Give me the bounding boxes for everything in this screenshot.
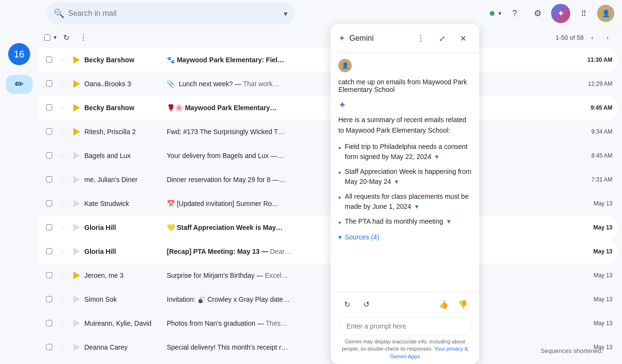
email-checkbox[interactable]	[44, 223, 54, 232]
star-button[interactable]: ☆	[56, 197, 69, 210]
star-button[interactable]: ☆	[56, 341, 69, 354]
email-row[interactable]: ☆ Gloria Hill 💛 Staff Appreciation Week …	[38, 216, 618, 239]
email-row[interactable]: ☆ Muireann, Kylie, David Photos from Nan…	[38, 311, 618, 335]
important-button[interactable]	[71, 222, 82, 233]
previous-page-button[interactable]: ‹	[586, 31, 599, 44]
gemini-more-button[interactable]: ⋮	[412, 30, 429, 47]
important-button[interactable]	[71, 341, 82, 353]
star-button[interactable]: ☆	[56, 53, 69, 67]
email-checkbox[interactable]	[44, 247, 54, 256]
star-button[interactable]: ☆	[56, 245, 69, 258]
regenerate-button[interactable]: ↻	[338, 296, 356, 313]
important-button[interactable]	[71, 198, 82, 209]
important-button[interactable]	[71, 294, 82, 305]
email-row[interactable]: ☆ Simon Sok Invitation: 🎳 Crowley x Gray…	[38, 287, 618, 311]
gemini-title: Gemini	[349, 34, 408, 43]
compose-button[interactable]: ✏	[6, 75, 33, 94]
email-checkbox[interactable]	[44, 295, 54, 304]
email-row[interactable]: ☆ Ritesh, Priscilla 2 Fwd: #173 The Surp…	[38, 120, 618, 144]
email-time: 11:30 AM	[579, 57, 612, 63]
prompt-input[interactable]	[338, 317, 472, 335]
email-row[interactable]: ☆ me, Julian's Diner Dinner reservation …	[38, 168, 618, 192]
email-checkbox[interactable]	[44, 318, 54, 328]
apps-button[interactable]: ⠿	[574, 4, 593, 23]
search-input[interactable]	[68, 9, 280, 18]
important-button[interactable]	[71, 270, 82, 281]
important-button[interactable]	[71, 318, 82, 329]
gemini-button[interactable]: ✦	[551, 4, 570, 23]
email-checkbox[interactable]	[44, 103, 54, 113]
expand-button[interactable]: ▾	[435, 153, 438, 160]
important-button[interactable]	[71, 150, 82, 161]
email-checkbox[interactable]	[44, 127, 54, 136]
important-button[interactable]	[71, 78, 82, 90]
sources-label: Sources (4)	[345, 233, 379, 241]
email-checkbox[interactable]	[44, 175, 54, 184]
select-all-checkbox[interactable]	[42, 33, 52, 42]
email-time: May 13	[579, 296, 612, 303]
star-button[interactable]: ☆	[56, 125, 69, 138]
important-button[interactable]	[71, 246, 82, 257]
important-button[interactable]	[71, 174, 82, 185]
email-row[interactable]: ☆ Jeroen, me 3 Surprise for Mirjam's Bir…	[38, 263, 618, 287]
email-sender: me, Julian's Diner	[84, 176, 161, 183]
search-box-container: 🔍 ▾	[46, 2, 295, 24]
expand-button[interactable]: ▾	[447, 217, 450, 225]
important-button[interactable]	[71, 54, 82, 66]
thumbs-up-button[interactable]: 👍	[435, 296, 452, 313]
email-checkbox[interactable]	[44, 79, 54, 89]
bullet-item: • The PTA had its monthly meeting ▾	[338, 216, 472, 228]
star-button[interactable]: ☆	[56, 149, 69, 162]
star-button[interactable]: ☆	[56, 317, 69, 330]
email-row[interactable]: ☆ Bagels and Lux Your delivery from Bage…	[38, 144, 618, 168]
bullet-text: The PTA had its monthly meeting ▾	[345, 216, 472, 227]
email-sender: Ritesh, Priscilla 2	[84, 128, 161, 136]
email-row[interactable]: ☆ Becky Barshow 🌹🌸 Maywood Park Elementa…	[38, 96, 618, 120]
bullet-dot: •	[338, 142, 341, 154]
next-page-button[interactable]: ›	[601, 31, 614, 44]
email-sender: Jeroen, me 3	[84, 272, 161, 279]
account-avatar[interactable]: 👤	[597, 5, 614, 22]
expand-button[interactable]: ▾	[415, 203, 418, 210]
sequences-note: Sequences shortened.	[541, 347, 603, 354]
email-time: May 13	[579, 248, 612, 255]
share-button[interactable]: ↺	[357, 296, 375, 313]
email-row[interactable]: ☆ Becky Barshow 🐾 Maywood Park Elementar…	[38, 48, 618, 72]
calendar-icon: 📅	[167, 200, 175, 207]
star-button[interactable]: ☆	[56, 173, 69, 186]
star-button[interactable]: ☆	[56, 101, 69, 114]
user-avatar: 👤	[338, 59, 352, 72]
settings-button[interactable]: ⚙	[528, 4, 547, 23]
gemini-close-button[interactable]: ✕	[454, 30, 472, 47]
select-dropdown-icon[interactable]: ▾	[54, 34, 57, 41]
email-checkbox[interactable]	[44, 55, 54, 65]
email-row[interactable]: ☆ Kate Strudwick 📅 [Updated invitation] …	[38, 192, 618, 216]
help-button[interactable]: ?	[505, 4, 524, 23]
sources-row[interactable]: ▾ Sources (4)	[338, 233, 472, 241]
email-row[interactable]: ☆ Deanna Carey Special delivery! This mo…	[38, 335, 618, 359]
expand-button[interactable]: ▾	[395, 178, 398, 185]
star-button[interactable]: ☆	[56, 269, 69, 282]
email-checkbox[interactable]	[44, 342, 54, 352]
star-button[interactable]: ☆	[56, 221, 69, 234]
bullet-dot: •	[338, 192, 341, 204]
email-sender: Becky Barshow	[84, 56, 161, 64]
email-row[interactable]: ☆ Earl, Cameron, me 4 2024 Family Trip —…	[38, 359, 618, 364]
email-row[interactable]: ☆ Oana..Brooks 3 📎 Lunch next week? — Th…	[38, 72, 618, 96]
thumbs-down-button[interactable]: 👎	[454, 296, 472, 313]
email-row[interactable]: ☆ Gloria Hill [Recap] PTA Meeting: May 1…	[38, 239, 618, 263]
email-checkbox[interactable]	[44, 151, 54, 160]
star-button[interactable]: ☆	[56, 77, 69, 91]
important-button[interactable]	[71, 126, 82, 137]
gemini-expand-button[interactable]: ⤢	[433, 30, 450, 47]
email-checkbox[interactable]	[44, 199, 54, 208]
action-row: ↻ ↺ 👍 👎	[338, 296, 472, 313]
star-button[interactable]: ☆	[56, 293, 69, 306]
search-options-icon[interactable]: ▾	[284, 9, 288, 18]
status-chevron[interactable]: ▾	[498, 10, 501, 17]
refresh-button[interactable]: ↻	[58, 30, 74, 45]
more-options-button[interactable]: ⋮	[76, 30, 91, 45]
email-checkbox[interactable]	[44, 271, 54, 280]
important-button[interactable]	[71, 102, 82, 114]
topbar: 🔍 ▾ ▾ ? ⚙ ✦ ⠿ 👤	[38, 0, 622, 27]
